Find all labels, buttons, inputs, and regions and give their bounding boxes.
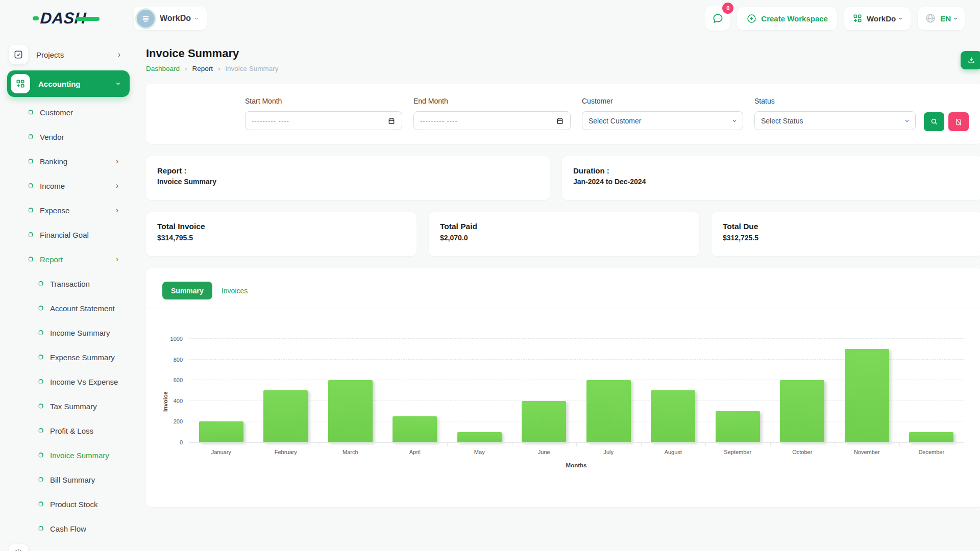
bullet-icon bbox=[38, 453, 43, 458]
sidebar-item-label: Income Summary bbox=[50, 329, 134, 337]
bullet-icon bbox=[38, 502, 43, 507]
bar-august[interactable] bbox=[651, 390, 695, 442]
status-select[interactable]: Select Status › bbox=[754, 111, 916, 130]
sidebar-item-label: Bill Summary bbox=[50, 475, 134, 484]
report-value: Invoice Summary bbox=[157, 178, 538, 186]
sidebar-item-vendor[interactable]: Vendor bbox=[7, 124, 134, 149]
status-label: Status bbox=[754, 97, 916, 105]
sidebar-item-expense[interactable]: Expense › bbox=[7, 198, 134, 222]
x-tick-label: September bbox=[705, 449, 770, 455]
sidebar-item-customer[interactable]: Customer bbox=[7, 100, 134, 124]
sidebar-item-report[interactable]: Report › bbox=[7, 247, 134, 271]
total-due-value: $312,725.5 bbox=[723, 234, 971, 242]
user-focus-icon bbox=[9, 544, 28, 551]
y-axis-title: Invoice bbox=[162, 391, 168, 412]
bar-october[interactable] bbox=[780, 380, 824, 442]
sidebar-item-income[interactable]: Income › bbox=[7, 173, 134, 198]
breadcrumb-report[interactable]: Report bbox=[192, 65, 213, 72]
account-menu-button[interactable]: WorkDo › bbox=[844, 7, 911, 30]
create-workspace-button[interactable]: Create Workspace bbox=[737, 7, 837, 30]
total-invoice-card: Total Invoice $314,795.5 bbox=[146, 212, 416, 256]
language-selector[interactable]: EN › bbox=[918, 7, 965, 30]
bar-november[interactable] bbox=[845, 349, 889, 442]
download-button[interactable] bbox=[961, 51, 980, 69]
end-month-input[interactable]: --------- ---- bbox=[413, 111, 571, 130]
bar-slot bbox=[770, 339, 835, 442]
x-tick-label: October bbox=[770, 449, 835, 455]
sidebar-item-label: Banking bbox=[40, 157, 109, 166]
bar-september[interactable] bbox=[716, 411, 760, 442]
language-label: EN bbox=[940, 14, 951, 23]
sidebar-item-banking[interactable]: Banking › bbox=[7, 149, 134, 173]
sidebar-item-label: HRM bbox=[36, 549, 110, 551]
breadcrumb-dashboard[interactable]: Dashboard bbox=[146, 65, 180, 72]
tab-invoices[interactable]: Invoices bbox=[222, 287, 248, 295]
sidebar-item-hrm[interactable]: HRM › bbox=[7, 541, 134, 551]
sidebar-item-profit-loss[interactable]: Profit & Loss bbox=[7, 418, 134, 443]
start-month-input[interactable]: --------- ---- bbox=[245, 111, 402, 130]
bar-slot bbox=[189, 339, 254, 442]
sidebar-item-tax-summary[interactable]: Tax Summary bbox=[7, 394, 134, 418]
sidebar-item-cash-flow[interactable]: Cash Flow bbox=[7, 516, 134, 541]
x-tick bbox=[447, 443, 448, 446]
bar-slot bbox=[705, 339, 770, 442]
top-header: DASH WorkDo › 0 Create Workspace bbox=[0, 0, 980, 37]
bar-april[interactable] bbox=[393, 416, 437, 442]
filter-panel: Start Month --------- ---- End Month ---… bbox=[146, 84, 980, 144]
sidebar-item-accounting[interactable]: Accounting › bbox=[7, 70, 130, 97]
report-info-card: Report : Invoice Summary bbox=[146, 156, 550, 200]
report-label: Report : bbox=[157, 166, 538, 175]
bar-slot bbox=[641, 339, 706, 442]
bullet-icon bbox=[38, 526, 43, 531]
sidebar-item-transaction[interactable]: Transaction bbox=[7, 271, 134, 296]
end-month-placeholder: --------- ---- bbox=[420, 117, 556, 124]
sidebar-item-income-vs-expense[interactable]: Income Vs Expense bbox=[7, 369, 134, 394]
sidebar-item-bill-summary[interactable]: Bill Summary bbox=[7, 467, 134, 492]
sidebar-item-projects[interactable]: Projects › bbox=[7, 42, 134, 67]
workspace-selector[interactable]: WorkDo › bbox=[134, 7, 207, 30]
bar-june[interactable] bbox=[522, 401, 566, 442]
x-tick bbox=[835, 443, 835, 446]
grid-plus-icon bbox=[11, 74, 30, 93]
x-tick-label: December bbox=[899, 449, 964, 455]
total-invoice-value: $314,795.5 bbox=[157, 234, 405, 242]
globe-icon bbox=[925, 13, 936, 24]
bar-may[interactable] bbox=[457, 432, 502, 442]
account-menu-label: WorkDo bbox=[867, 14, 896, 23]
sidebar-item-label: Financial Goal bbox=[40, 231, 134, 239]
duration-label: Duration : bbox=[573, 166, 971, 175]
messages-button[interactable]: 0 bbox=[705, 6, 730, 31]
apply-filter-button[interactable] bbox=[924, 112, 944, 131]
bar-march[interactable] bbox=[328, 380, 373, 442]
chevron-right-icon: › bbox=[185, 65, 187, 72]
sidebar-item-income-summary[interactable]: Income Summary bbox=[7, 320, 134, 345]
total-due-card: Total Due $312,725.5 bbox=[712, 212, 980, 256]
bar-slot bbox=[447, 339, 512, 442]
sidebar-item-financial-goal[interactable]: Financial Goal bbox=[7, 222, 134, 247]
total-due-label: Total Due bbox=[723, 222, 971, 231]
bar-july[interactable] bbox=[586, 380, 631, 442]
dash-logo[interactable]: DASH bbox=[33, 9, 86, 28]
sidebar-item-invoice-summary[interactable]: Invoice Summary bbox=[7, 443, 134, 467]
bar-slot bbox=[318, 339, 383, 442]
reset-filter-button[interactable] bbox=[948, 112, 969, 131]
tab-summary[interactable]: Summary bbox=[162, 282, 212, 299]
customer-select[interactable]: Select Customer › bbox=[582, 111, 743, 130]
bar-february[interactable] bbox=[263, 390, 308, 442]
sidebar-item-product-stock[interactable]: Product Stock bbox=[7, 492, 134, 516]
chart-tabs: Summary Invoices bbox=[146, 268, 980, 299]
x-tick bbox=[512, 443, 512, 446]
bullet-icon bbox=[38, 281, 43, 286]
breadcrumb: Dashboard › Report › Invoice Summary bbox=[146, 65, 279, 72]
bar-january[interactable] bbox=[199, 421, 243, 442]
chevron-down-icon: › bbox=[900, 15, 902, 22]
workspace-avatar bbox=[137, 10, 155, 28]
bar-december[interactable] bbox=[909, 432, 953, 442]
sidebar-item-expense-summary[interactable]: Expense Summary bbox=[7, 345, 134, 369]
sidebar-item-account-statement[interactable]: Account Statement bbox=[7, 296, 134, 320]
sidebar-item-label: Expense Summary bbox=[50, 353, 134, 362]
total-paid-label: Total Paid bbox=[440, 222, 688, 231]
x-tick bbox=[189, 443, 189, 446]
x-tick bbox=[254, 443, 254, 446]
bar-slot bbox=[254, 339, 318, 442]
